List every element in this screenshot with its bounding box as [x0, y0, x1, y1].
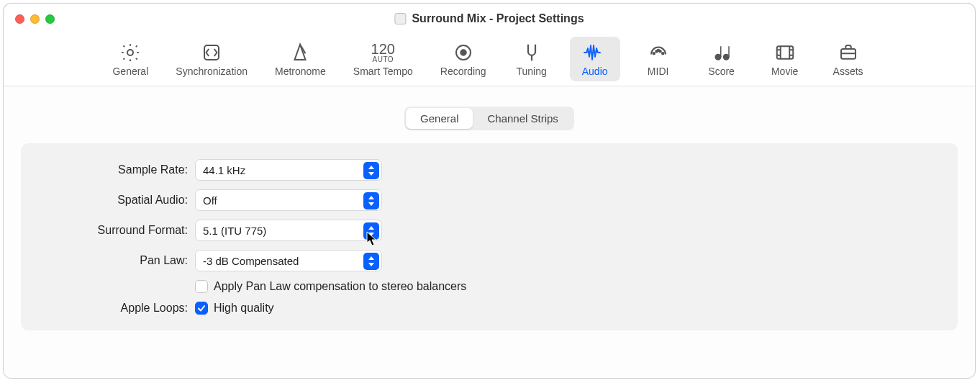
toolbar-label: Audio [582, 66, 608, 77]
svg-point-3 [460, 50, 466, 55]
row-sample-rate: Sample Rate: 44.1 kHz [42, 159, 936, 181]
record-icon [453, 40, 474, 66]
tab-recording[interactable]: Recording [433, 37, 494, 81]
titlebar: Surround Mix - Project Settings [4, 4, 975, 34]
row-apply-pan-law: Apply Pan Law compensation to stereo bal… [42, 280, 936, 293]
settings-toolbar: General Synchronization Metronome 120 AU… [4, 34, 975, 86]
label-high-quality: High quality [214, 302, 274, 315]
window-title-area: Surround Mix - Project Settings [394, 12, 584, 25]
tab-smart-tempo[interactable]: 120 AUTO Smart Tempo [346, 37, 420, 81]
project-settings-window: Surround Mix - Project Settings General … [3, 3, 976, 379]
checkbox-apply-pan-law[interactable] [195, 280, 208, 293]
midi-icon [648, 40, 669, 66]
label-apply-pan-law: Apply Pan Law compensation to stereo bal… [214, 280, 466, 293]
updown-icon [363, 253, 379, 270]
tab-midi[interactable]: MIDI [633, 37, 684, 81]
label-pan-law: Pan Law: [42, 254, 195, 267]
toolbar-label: Tuning [516, 66, 546, 77]
select-value: -3 dB Compensated [203, 255, 299, 267]
toolbar-label: Recording [440, 66, 486, 77]
tab-tuning[interactable]: Tuning [507, 37, 557, 81]
sync-icon [201, 40, 222, 66]
toolbar-label: Score [708, 66, 735, 77]
app-icon [394, 13, 406, 24]
tab-audio[interactable]: Audio [570, 37, 620, 81]
row-spatial-audio: Spatial Audio: Off [42, 189, 936, 211]
briefcase-icon [838, 40, 859, 66]
select-value: 44.1 kHz [203, 164, 245, 176]
movie-icon [774, 40, 796, 66]
content-area: General Channel Strips Sample Rate: 44.1… [4, 86, 975, 378]
subtab-channel-strips[interactable]: Channel Strips [473, 108, 572, 129]
tab-general[interactable]: General [105, 37, 155, 81]
subtab-general[interactable]: General [406, 108, 473, 129]
subtab-segmented-control: General Channel Strips [404, 107, 574, 130]
tempo-number: 120 [371, 42, 395, 56]
tab-assets[interactable]: Assets [823, 37, 874, 81]
row-pan-law: Pan Law: -3 dB Compensated [42, 250, 936, 271]
toolbar-label: General [112, 66, 148, 77]
svg-point-8 [657, 50, 659, 52]
checkbox-high-quality[interactable] [195, 302, 208, 315]
select-sample-rate[interactable]: 44.1 kHz [195, 159, 382, 181]
select-surround-format[interactable]: 5.1 (ITU 775) [195, 220, 382, 241]
svg-point-10 [723, 55, 729, 60]
svg-point-7 [662, 53, 664, 55]
tab-synchronization[interactable]: Synchronization [168, 37, 255, 81]
row-surround-format: Surround Format: 5.1 (ITU 775) [42, 220, 936, 241]
smart-tempo-icon: 120 AUTO [371, 40, 395, 66]
checkbox-high-quality-row: High quality [195, 302, 274, 315]
settings-panel: Sample Rate: 44.1 kHz Spatial Audio: Off… [21, 143, 958, 330]
minimize-window-button[interactable] [30, 14, 40, 24]
tab-score[interactable]: Score [697, 37, 747, 81]
svg-point-9 [715, 55, 721, 60]
label-apple-loops: Apple Loops: [42, 302, 195, 315]
updown-icon [363, 192, 379, 209]
select-pan-law[interactable]: -3 dB Compensated [195, 250, 382, 271]
tuning-fork-icon [521, 40, 543, 66]
select-value: Off [203, 194, 217, 207]
tempo-auto: AUTO [371, 56, 395, 63]
toolbar-label: Synchronization [176, 66, 248, 77]
svg-rect-11 [776, 46, 793, 59]
label-sample-rate: Sample Rate: [42, 163, 195, 176]
waveform-icon [583, 40, 607, 66]
label-spatial-audio: Spatial Audio: [42, 194, 195, 207]
select-spatial-audio[interactable]: Off [195, 189, 382, 211]
window-title: Surround Mix - Project Settings [412, 12, 584, 25]
updown-icon [363, 162, 379, 179]
select-value: 5.1 (ITU 775) [203, 225, 266, 237]
toolbar-label: Assets [833, 66, 863, 77]
tab-movie[interactable]: Movie [760, 37, 810, 81]
toolbar-label: Movie [771, 66, 798, 77]
score-icon [711, 40, 732, 66]
label-surround-format: Surround Format: [42, 224, 195, 237]
gear-icon [119, 40, 141, 66]
zoom-window-button[interactable] [45, 14, 55, 24]
metronome-icon [289, 40, 311, 66]
checkbox-apply-pan-law-row: Apply Pan Law compensation to stereo bal… [195, 280, 466, 293]
tab-metronome[interactable]: Metronome [268, 37, 333, 81]
close-window-button[interactable] [15, 14, 24, 24]
updown-icon [363, 222, 379, 240]
toolbar-label: Smart Tempo [353, 66, 413, 77]
svg-point-0 [127, 50, 133, 55]
row-apple-loops: Apple Loops: High quality [42, 302, 936, 315]
toolbar-label: Metronome [275, 66, 326, 77]
toolbar-label: MIDI [648, 66, 669, 77]
window-controls [15, 14, 55, 24]
svg-point-4 [653, 53, 655, 55]
